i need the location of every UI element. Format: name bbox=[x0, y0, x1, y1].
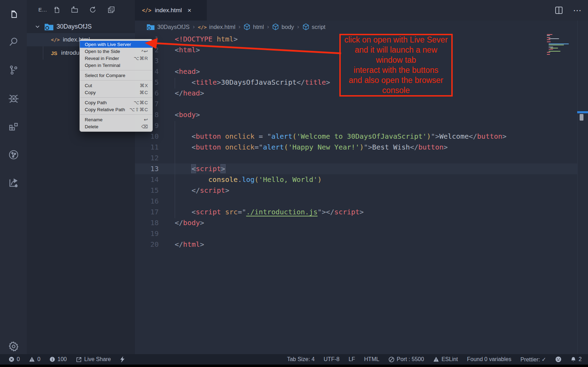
line-number: 19 bbox=[135, 228, 159, 239]
extensions-icon[interactable] bbox=[0, 118, 27, 135]
status-item-port-5500[interactable]: Port : 5500 bbox=[389, 356, 424, 362]
code-text: <script src="./introduction.js"></script… bbox=[175, 207, 364, 217]
code-line-12[interactable]: 12 bbox=[135, 153, 577, 163]
code-line-16[interactable]: 16 bbox=[135, 196, 577, 207]
menu-item-shortcut: ⌘C bbox=[140, 90, 148, 95]
breadcrumb-label: index.html bbox=[209, 24, 235, 30]
menu-item-shortcut: ⌥⌘C bbox=[134, 100, 148, 105]
status-item-smiley-icon[interactable] bbox=[555, 356, 561, 362]
status-item-0[interactable]: 0 bbox=[29, 356, 40, 362]
collapse-all-icon[interactable] bbox=[107, 5, 116, 14]
explorer-icon[interactable] bbox=[0, 6, 27, 23]
breadcrumb[interactable]: 30DaysOfJS›</>index.html›html›body›scrip… bbox=[135, 21, 588, 33]
menu-item-label: Copy Path bbox=[85, 100, 107, 105]
code-line-10[interactable]: 10 <button onclick = "alert('Welcome to … bbox=[135, 131, 577, 142]
minimap-line bbox=[547, 40, 575, 41]
breadcrumb-item-body[interactable]: body bbox=[272, 23, 294, 30]
menu-item-shortcut: ⌫ bbox=[141, 124, 148, 129]
breadcrumb-label: 30DaysOfJS bbox=[157, 24, 190, 30]
code-line-15[interactable]: 15 </script> bbox=[135, 185, 577, 196]
menu-item-rename[interactable]: Rename↩ bbox=[80, 116, 152, 123]
breadcrumb-item-script[interactable]: script bbox=[302, 23, 325, 30]
status-item-label: UTF-8 bbox=[324, 356, 339, 362]
blocked-icon bbox=[389, 357, 394, 362]
refresh-icon[interactable] bbox=[88, 5, 97, 14]
minimap-line bbox=[547, 53, 575, 54]
menu-item-open-in-terminal[interactable]: Open in Terminal bbox=[80, 62, 152, 69]
status-item-tab-size-4[interactable]: Tab Size: 4 bbox=[287, 356, 315, 362]
share-arrow-icon[interactable] bbox=[0, 174, 27, 191]
split-editor-icon[interactable] bbox=[555, 6, 563, 15]
menu-item-delete[interactable]: Delete⌫ bbox=[80, 123, 152, 130]
code-text: <button onclick="alert('Happy New Year!'… bbox=[175, 142, 448, 153]
status-item-lightning-icon[interactable] bbox=[120, 356, 125, 362]
symbol-cube-icon bbox=[272, 23, 279, 30]
sidebar-header: E… bbox=[27, 0, 135, 19]
menu-item-open-with-live-server[interactable]: Open with Live Server bbox=[80, 41, 152, 48]
status-item-utf-8[interactable]: UTF-8 bbox=[324, 356, 339, 362]
breadcrumb-item-index-html[interactable]: </>index.html bbox=[198, 24, 235, 30]
code-text: <button onclick = "alert('Welcome to 30D… bbox=[175, 131, 506, 142]
minimap-line bbox=[547, 52, 550, 53]
code-line-8[interactable]: 8<body> bbox=[135, 109, 577, 120]
code-line-13[interactable]: 13 <script> bbox=[135, 163, 577, 174]
minimap-line bbox=[549, 51, 560, 52]
breadcrumb-item-30daysofjs[interactable]: 30DaysOfJS bbox=[146, 23, 190, 30]
menu-item-select-for-compare[interactable]: Select for Compare bbox=[80, 72, 152, 79]
tab-index-html[interactable]: </> index.html × bbox=[135, 0, 207, 21]
menu-item-label: Rename bbox=[85, 117, 103, 122]
code-line-19[interactable]: 19 bbox=[135, 228, 577, 239]
code-line-18[interactable]: 18</body> bbox=[135, 217, 577, 228]
debug-icon[interactable] bbox=[0, 90, 27, 107]
activity-bar bbox=[0, 0, 27, 365]
new-file-icon[interactable] bbox=[52, 5, 61, 14]
menu-item-copy-path[interactable]: Copy Path⌥⌘C bbox=[80, 99, 152, 106]
settings-gear-icon[interactable] bbox=[0, 338, 27, 355]
status-item-label: Live Share bbox=[84, 356, 111, 362]
menu-item-cut[interactable]: Cut⌘X bbox=[80, 82, 152, 89]
status-item-html[interactable]: HTML bbox=[364, 356, 379, 362]
menu-item-copy-relative-path[interactable]: Copy Relative Path⌥⇧⌘C bbox=[80, 106, 152, 113]
breadcrumb-item-html[interactable]: html bbox=[243, 23, 264, 30]
tree-item-folder-30daysofjs[interactable]: 30DaysOfJS bbox=[27, 20, 135, 33]
line-number: 12 bbox=[135, 153, 159, 163]
search-icon[interactable] bbox=[0, 33, 27, 50]
indent-guide bbox=[175, 121, 175, 218]
minimap-line bbox=[549, 45, 564, 45]
code-line-20[interactable]: 20</html> bbox=[135, 239, 577, 250]
minimap[interactable] bbox=[547, 34, 575, 55]
status-item-label: Tab Size: 4 bbox=[287, 356, 315, 362]
scrollbar-handle[interactable] bbox=[580, 114, 583, 121]
more-actions-icon[interactable]: ⋯ bbox=[573, 6, 582, 15]
minimap-line bbox=[547, 54, 550, 55]
smiley-icon bbox=[555, 356, 561, 362]
minimap-line bbox=[547, 36, 575, 37]
new-folder-icon[interactable] bbox=[70, 5, 79, 14]
status-item-label: ESLint bbox=[442, 356, 458, 362]
code-line-9[interactable]: 9 bbox=[135, 120, 577, 131]
source-control-icon[interactable] bbox=[0, 62, 27, 78]
status-item-found-0-variables[interactable]: Found 0 variables bbox=[467, 356, 511, 362]
status-bar: 00100Live Share Tab Size: 4UTF-8LFHTMLPo… bbox=[0, 354, 588, 365]
menu-item-shortcut: ⌘X bbox=[140, 83, 148, 88]
code-line-11[interactable]: 11 <button onclick="alert('Happy New Yea… bbox=[135, 142, 577, 153]
status-item-100[interactable]: 100 bbox=[50, 356, 67, 362]
folder-icon bbox=[146, 23, 155, 30]
status-item-2[interactable]: 2 bbox=[571, 356, 582, 362]
close-icon[interactable]: × bbox=[188, 7, 191, 14]
status-item-0[interactable]: 0 bbox=[9, 356, 20, 362]
menu-item-open-to-the-side[interactable]: Open to the Side^↩ bbox=[80, 48, 152, 55]
overview-ruler bbox=[577, 21, 578, 354]
code-line-7[interactable]: 7 bbox=[135, 99, 577, 109]
chevron-right-icon: › bbox=[297, 23, 299, 30]
status-item-eslint[interactable]: ESLint bbox=[433, 356, 458, 362]
menu-item-reveal-in-finder[interactable]: Reveal in Finder⌥⌘R bbox=[80, 55, 152, 62]
status-item-prettier[interactable]: Prettier: ✓ bbox=[520, 356, 546, 363]
code-line-17[interactable]: 17 <script src="./introduction.js"></scr… bbox=[135, 207, 577, 217]
overview-cursor-marker bbox=[577, 111, 588, 113]
menu-item-copy[interactable]: Copy⌘C bbox=[80, 89, 152, 96]
live-share-icon[interactable] bbox=[0, 146, 27, 163]
status-item-lf[interactable]: LF bbox=[348, 356, 355, 362]
code-line-14[interactable]: 14 console.log('Hello, World') bbox=[135, 174, 577, 185]
status-item-live-share[interactable]: Live Share bbox=[76, 356, 111, 362]
